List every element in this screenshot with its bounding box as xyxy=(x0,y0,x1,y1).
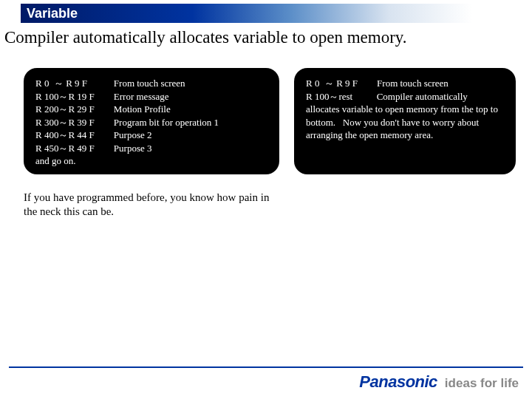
right-line2: R 100～rest Compiler automatically xyxy=(306,90,504,103)
footer-divider xyxy=(9,366,523,368)
title-text: Variable xyxy=(21,6,78,21)
title-bar: Variable xyxy=(21,4,511,23)
left-ranges: R 0 ～ R 9 F R 100～R 19 F R 200～R 29 F R … xyxy=(35,77,95,164)
right-line1: R 0 ～ R 9 F From touch screen xyxy=(306,77,504,90)
left-descriptions: From touch screen Error message Motion P… xyxy=(114,77,219,164)
right-panel: R 0 ～ R 9 F From touch screen R 100～rest… xyxy=(294,68,516,174)
brand-logo: Panasonic xyxy=(359,372,437,392)
subtitle: Compiler automatically allocates variabl… xyxy=(4,28,528,47)
brand-tagline: ideas for life xyxy=(445,376,519,391)
left-panel: R 0 ～ R 9 F R 100～R 19 F R 200～R 29 F R … xyxy=(24,68,279,174)
footer-logo: Panasonic ideas for life xyxy=(359,372,519,392)
right-body: allocates variable to open memory from t… xyxy=(306,103,504,142)
bottom-note: If you have programmed before, you know … xyxy=(24,191,275,219)
